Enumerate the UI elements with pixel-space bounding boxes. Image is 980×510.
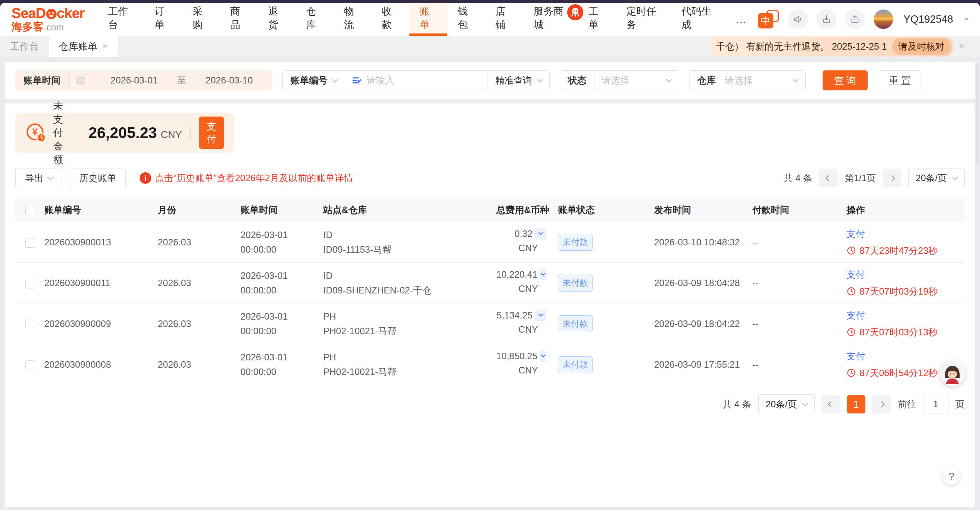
warehouse-placeholder: 请选择 bbox=[723, 74, 793, 87]
cell-status: 未付款 bbox=[558, 356, 654, 373]
prev-page-button[interactable] bbox=[821, 395, 840, 413]
row-checkbox[interactable] bbox=[25, 279, 35, 288]
pay-link[interactable]: 支付 bbox=[846, 309, 865, 322]
warehouse-filter[interactable]: 仓库 请选择 bbox=[689, 70, 806, 90]
pay-link[interactable]: 支付 bbox=[846, 228, 865, 240]
logo-face-icon bbox=[46, 9, 57, 19]
pay-link[interactable]: 支付 bbox=[846, 268, 865, 281]
nav-item-service-mall[interactable]: 服务商城 bbox=[523, 3, 578, 36]
pay-link[interactable]: 支付 bbox=[846, 350, 865, 362]
nav-item-work-orders[interactable]: 工单 bbox=[578, 3, 616, 36]
tab-workbench[interactable]: 工作台 bbox=[0, 36, 49, 57]
cell-site-warehouse: PHPH02-10021-马帮 bbox=[323, 350, 496, 378]
search-button[interactable]: 查 询 bbox=[823, 70, 868, 90]
bill-number-select[interactable]: 账单编号 bbox=[283, 74, 345, 87]
announcement-icon[interactable] bbox=[788, 9, 808, 29]
nav-item-orders[interactable]: 订单 bbox=[144, 3, 182, 36]
user-menu-caret-icon[interactable] bbox=[964, 18, 969, 21]
history-notice: i 点击“历史账单”查看2026年2月及以前的账单详情 bbox=[140, 172, 353, 184]
prev-page-button[interactable] bbox=[819, 169, 838, 187]
reset-button[interactable]: 重 置 bbox=[878, 70, 922, 90]
row-checkbox[interactable] bbox=[25, 320, 35, 329]
user-avatar[interactable] bbox=[873, 9, 893, 29]
amount-expand-icon[interactable] bbox=[535, 310, 546, 321]
next-page-button[interactable] bbox=[872, 395, 891, 413]
next-page-button[interactable] bbox=[883, 169, 902, 187]
unpaid-label: 未支付金额 bbox=[53, 99, 71, 167]
scrollbar-thumb[interactable] bbox=[976, 64, 979, 164]
help-button[interactable]: ? bbox=[943, 468, 960, 485]
clock-icon bbox=[846, 327, 856, 337]
table-row: 2026030900013 2026.03 2026-03-0100:00:00… bbox=[15, 222, 965, 263]
amount-expand-icon[interactable] bbox=[535, 228, 546, 240]
tab-warehouse-bills[interactable]: 仓库账单 × bbox=[49, 36, 118, 57]
date-to-value[interactable]: 2026-03-10 bbox=[186, 75, 272, 86]
goto-page-input[interactable] bbox=[923, 395, 948, 413]
status-filter[interactable]: 状态 请选择 bbox=[560, 70, 679, 90]
pay-all-button[interactable]: 支付 bbox=[199, 117, 224, 149]
download-icon[interactable] bbox=[816, 9, 836, 29]
assistant-avatar[interactable] bbox=[940, 360, 965, 386]
page-size-select[interactable]: 20条/页 bbox=[908, 168, 965, 188]
nav-item-scheduled-tasks[interactable]: 定时任务 bbox=[616, 3, 671, 36]
amount-expand-icon[interactable] bbox=[540, 269, 546, 280]
page-size-select[interactable]: 20条/页 bbox=[758, 394, 815, 414]
top-pagination: 共 4 条 第1/1页 20条/页 bbox=[784, 168, 965, 188]
share-icon[interactable] bbox=[845, 9, 865, 29]
logo-text-en: SeaDcker bbox=[12, 6, 85, 20]
cell-site-warehouse: IDID09-11153-马帮 bbox=[323, 228, 496, 256]
cell-site-warehouse: IDID09-SHENZHEN-02-千仓 bbox=[323, 268, 496, 297]
logo-text-cn: 海多客.com bbox=[12, 22, 85, 32]
date-from-value[interactable]: 2026-03-01 bbox=[91, 75, 177, 86]
seadocker-logo[interactable]: SeaDcker 海多客.com bbox=[12, 6, 85, 32]
nav-item-workbench[interactable]: 工作台 bbox=[98, 3, 144, 36]
nav-item-returns[interactable]: 退货 bbox=[258, 3, 296, 36]
nav-item-warehouse[interactable]: 仓库 bbox=[296, 3, 334, 36]
notification-banner: 千仓） 有新的无主件退货。 2025-12-25 1 请及时核对 × bbox=[708, 38, 965, 54]
cell-pay-time: -- bbox=[752, 278, 846, 288]
nav-item-stores[interactable]: 店铺 bbox=[485, 3, 523, 36]
history-bills-button[interactable]: 历史账单 bbox=[70, 168, 126, 188]
table-header-row: 账单编号 月份 账单时间 站点&仓库 总费用&币种 账单状态 发布时间 付款时间… bbox=[15, 198, 965, 222]
banner-close-icon[interactable]: × bbox=[959, 40, 965, 52]
row-checkbox[interactable] bbox=[25, 360, 35, 370]
banner-text: 千仓） 有新的无主件退货。 2025-12-25 1 bbox=[716, 40, 887, 53]
chevron-down-icon bbox=[793, 76, 799, 82]
table-row: 2026030900008 2026.03 2026-03-0100:00:00… bbox=[15, 344, 965, 385]
query-mode-select[interactable]: 精准查询 bbox=[487, 74, 549, 87]
username[interactable]: YQ192548 bbox=[903, 13, 953, 25]
table-row: 2026030900009 2026.03 2026-03-0100:00:00… bbox=[15, 303, 965, 344]
bill-number-input[interactable] bbox=[367, 75, 487, 86]
language-switch-icon[interactable]: 中 bbox=[757, 9, 780, 29]
unpaid-amount-card: ¥ 未支付金额 26,205.23CNY 支付 bbox=[15, 113, 234, 153]
batch-input-icon[interactable] bbox=[345, 75, 367, 86]
nav-more-button[interactable]: … bbox=[726, 3, 757, 36]
nav-item-wallet[interactable]: 钱包 bbox=[447, 3, 485, 36]
chevron-down-icon bbox=[666, 76, 672, 82]
cell-publish-time: 2026-03-09 18:04:22 bbox=[654, 318, 752, 329]
navbar-right: 中 YQ192548 bbox=[757, 9, 969, 29]
cell-amount: 0.32 CNY bbox=[496, 228, 558, 256]
cell-month: 2026.03 bbox=[158, 237, 240, 248]
countdown: 87天07时03分19秒 bbox=[846, 285, 965, 298]
banner-action-button[interactable]: 请及时核对 bbox=[892, 38, 951, 55]
clock-icon bbox=[846, 368, 856, 378]
select-all-checkbox[interactable] bbox=[25, 206, 35, 215]
export-button[interactable]: 导出 bbox=[15, 168, 62, 188]
nav-item-products[interactable]: 商品 bbox=[220, 3, 258, 36]
tab-close-icon[interactable]: × bbox=[102, 40, 108, 52]
cell-bill-time: 2026-03-0100:00:00 bbox=[240, 309, 323, 338]
amount-expand-icon[interactable] bbox=[540, 350, 546, 362]
nav-item-code-gen[interactable]: 代码生成 bbox=[671, 3, 726, 36]
nav-item-collection[interactable]: 收款 bbox=[371, 3, 409, 36]
top-navbar: SeaDcker 海多客.com 工作台 订单 采购 商品 退货 仓库 物流 收… bbox=[0, 3, 980, 36]
nav-item-bills[interactable]: 账单 bbox=[409, 3, 447, 36]
status-badge: 未付款 bbox=[558, 234, 593, 251]
row-checkbox[interactable] bbox=[25, 238, 35, 248]
cell-bill-no: 2026030900011 bbox=[44, 278, 158, 288]
nav-item-purchase[interactable]: 采购 bbox=[182, 3, 220, 36]
current-page-button[interactable]: 1 bbox=[847, 395, 865, 413]
nav-item-logistics[interactable]: 物流 bbox=[334, 3, 372, 36]
cell-bill-no: 2026030900013 bbox=[44, 237, 158, 248]
bill-date-range-filter[interactable]: 账单时间 2026-03-01 至 2026-03-10 bbox=[15, 70, 272, 90]
